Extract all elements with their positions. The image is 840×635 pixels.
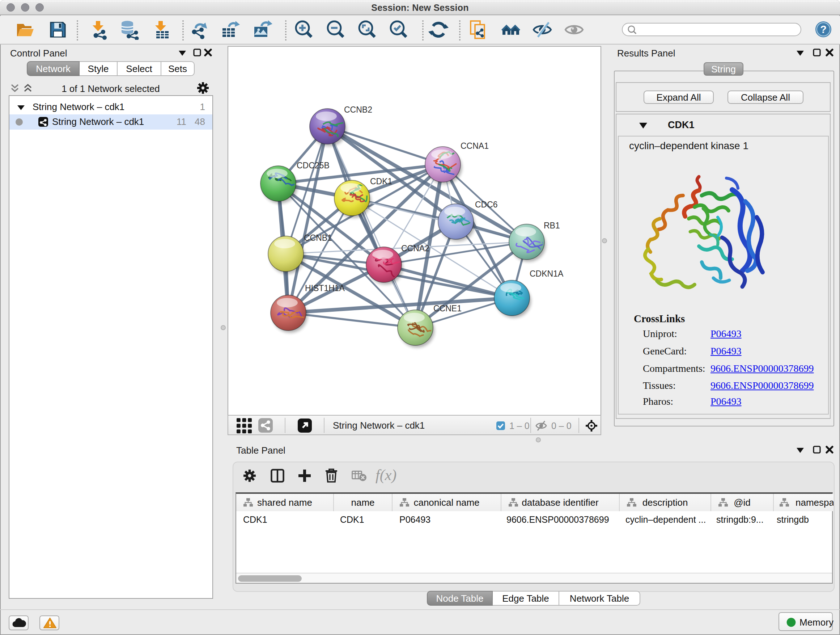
svg-text:CCNA2: CCNA2 [401, 244, 429, 253]
svg-text:CCNB2: CCNB2 [344, 105, 372, 114]
svg-text:CDC25B: CDC25B [297, 161, 330, 170]
svg-text:CDKN1A: CDKN1A [530, 269, 564, 279]
svg-text:HIST1H1A: HIST1H1A [305, 283, 345, 293]
svg-text:CDC6: CDC6 [475, 200, 498, 209]
svg-text:CCNE1: CCNE1 [433, 304, 462, 313]
svg-text:?: ? [820, 24, 827, 35]
svg-text:CCNB1: CCNB1 [304, 233, 332, 242]
svg-text:CCNA1: CCNA1 [461, 141, 489, 150]
svg-text:RB1: RB1 [544, 221, 560, 230]
svg-text:CDK1: CDK1 [370, 177, 392, 186]
